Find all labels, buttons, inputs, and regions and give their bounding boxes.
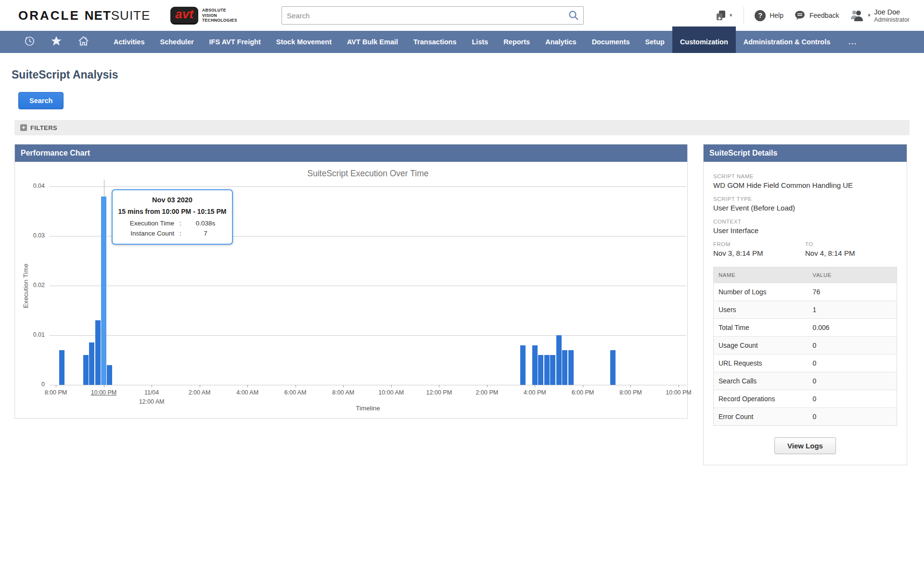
- metric-name: Record Operations: [714, 390, 809, 408]
- search-input[interactable]: [282, 6, 584, 25]
- x-tick-label: 8:00 PM: [34, 388, 77, 397]
- nav-item-reports[interactable]: Reports: [496, 31, 538, 53]
- suitescript-details-header: SuiteScript Details: [704, 144, 907, 162]
- y-tick-label: 0.03: [17, 232, 45, 239]
- chart-bar-nov-3-9-15-pm[interactable]: [83, 355, 89, 385]
- recent-records-icon[interactable]: [19, 36, 39, 49]
- filters-bar[interactable]: + FILTERS: [14, 120, 910, 135]
- x-tick-label: 12:00 PM: [417, 388, 461, 397]
- nav-item-ifs-avt-freight[interactable]: IFS AVT Freight: [202, 31, 269, 53]
- nav-item-transactions[interactable]: Transactions: [406, 31, 464, 53]
- table-row: Users1: [714, 301, 897, 319]
- search-icon[interactable]: [568, 10, 579, 21]
- metric-name: Users: [714, 301, 809, 319]
- quick-add-icon: [715, 9, 727, 22]
- x-tick-label: 10:00 PM: [657, 388, 700, 397]
- user-menu-caret-icon: ▼: [867, 13, 871, 18]
- chart-bar-nov-3-10-15-pm[interactable]: [107, 365, 112, 385]
- user-menu[interactable]: ▼ Joe Doe Administrator: [849, 8, 910, 24]
- avt-logo-text: ABSOLUTEVISIONTECHNOLOGIES: [202, 8, 237, 23]
- user-icon: [849, 9, 864, 22]
- metric-name: URL Requests: [714, 355, 809, 372]
- chart-bar-nov-4-7-15-pm[interactable]: [610, 350, 616, 385]
- home-icon[interactable]: [73, 35, 93, 49]
- filters-label: FILTERS: [30, 124, 57, 131]
- shortcuts-star-icon[interactable]: [46, 35, 66, 49]
- quick-add-button[interactable]: ▼: [715, 9, 733, 22]
- header-divider: [744, 7, 744, 24]
- chart-bar-nov-4-5-00-pm[interactable]: [556, 335, 562, 385]
- tooltip-time-range: 15 mins from 10:00 PM - 10:15 PM: [117, 208, 227, 215]
- nav-item-more[interactable]: ...: [841, 31, 865, 53]
- performance-chart-panel: Performance Chart SuiteScript Execution …: [14, 144, 688, 419]
- metric-name: Usage Count: [714, 337, 809, 355]
- chart-bar-nov-4-5-30-pm[interactable]: [568, 350, 574, 385]
- x-tick-mark: [535, 385, 535, 387]
- x-tick-mark: [583, 385, 583, 387]
- chart-bar-nov-4-4-30-pm[interactable]: [544, 355, 550, 385]
- metric-name: Number of Logs: [714, 283, 809, 301]
- view-logs-button[interactable]: View Logs: [774, 437, 836, 454]
- tooltip-row: Instance Count:7: [117, 230, 227, 237]
- x-tick-label: 10:00 AM: [370, 388, 413, 397]
- table-row: URL Requests0: [714, 355, 897, 372]
- global-search: [282, 6, 584, 25]
- detail-label-context: CONTEXT: [713, 219, 897, 224]
- suitescript-details-panel: SuiteScript Details SCRIPT NAMEWD GOM Hi…: [703, 144, 907, 465]
- help-button[interactable]: ? Help: [755, 10, 783, 21]
- x-tick-mark: [200, 385, 200, 387]
- chart-bar-nov-4-4-45-pm[interactable]: [550, 355, 555, 385]
- nav-item-activities[interactable]: Activities: [106, 31, 152, 53]
- nav-item-setup[interactable]: Setup: [638, 31, 672, 53]
- x-tick-label: 4:00 PM: [513, 388, 556, 397]
- table-row: Total Time0.006: [714, 319, 897, 337]
- y-tick-label: 0: [17, 381, 45, 388]
- gridline: [50, 286, 686, 286]
- chart-bar-nov-3-10-00-pm[interactable]: [101, 197, 106, 385]
- chart-bar-nov-3-8-15-pm[interactable]: [59, 350, 64, 385]
- to-value: Nov 4, 8:14 PM: [805, 249, 897, 257]
- oracle-netsuite-logo[interactable]: ORACLENETSUITE: [18, 8, 150, 23]
- metric-value: 76: [809, 283, 897, 301]
- chart-bar-nov-4-4-00-pm[interactable]: [532, 345, 538, 385]
- chart-tooltip: Nov 03 202015 mins from 10:00 PM - 10:15…: [112, 189, 233, 245]
- gridline: [50, 186, 686, 187]
- nav-item-scheduler[interactable]: Scheduler: [152, 31, 201, 53]
- nav-item-customization[interactable]: Customization: [672, 31, 736, 53]
- x-tick-mark: [104, 385, 104, 387]
- x-tick-label: 4:00 AM: [226, 388, 269, 397]
- metric-value: 0.006: [809, 319, 897, 337]
- x-tick-mark: [630, 385, 631, 387]
- nav-item-avt-bulk-email[interactable]: AVT Bulk Email: [339, 31, 406, 53]
- tooltip-row-label: Instance Count: [117, 230, 174, 237]
- chart-bar-nov-4-3-30-pm[interactable]: [520, 345, 526, 385]
- x-tick-label[interactable]: 10:00 PM: [82, 388, 126, 397]
- tooltip-row-value: 7: [187, 230, 224, 237]
- tooltip-date: Nov 03 2020: [117, 196, 227, 204]
- nav-item-administration-controls[interactable]: Administration & Controls: [736, 31, 838, 53]
- metric-name: Search Calls: [714, 372, 809, 390]
- nav-item-documents[interactable]: Documents: [584, 31, 638, 53]
- crosshair-line: [104, 180, 104, 197]
- nav-item-stock-movement[interactable]: Stock Movement: [269, 31, 339, 53]
- top-header: ORACLENETSUITE avt ABSOLUTEVISIONTECHNOL…: [0, 0, 924, 31]
- main-nav: ActivitiesSchedulerIFS AVT FreightStock …: [0, 31, 924, 53]
- x-tick-mark: [152, 385, 152, 387]
- detail-label-script-type: SCRIPT TYPE: [713, 196, 897, 202]
- chart-bar-nov-3-9-45-pm[interactable]: [95, 320, 101, 385]
- table-row: Number of Logs76: [714, 283, 897, 301]
- detail-value-context: User Interface: [713, 226, 897, 235]
- quick-add-caret-icon: ▼: [729, 13, 733, 18]
- x-tick-mark: [343, 385, 344, 387]
- chart-bar-nov-3-9-30-pm[interactable]: [89, 342, 94, 385]
- x-tick-mark: [56, 385, 56, 387]
- search-button[interactable]: Search: [18, 92, 64, 109]
- nav-item-analytics[interactable]: Analytics: [538, 31, 584, 53]
- metric-value: 0: [809, 390, 897, 408]
- nav-item-lists[interactable]: Lists: [464, 31, 496, 53]
- y-tick-label: 0.01: [17, 331, 45, 338]
- chart-bar-nov-4-5-15-pm[interactable]: [562, 350, 567, 385]
- feedback-button[interactable]: Feedback: [794, 10, 839, 21]
- user-role: Administrator: [874, 16, 910, 23]
- chart-bar-nov-4-4-15-pm[interactable]: [538, 355, 543, 385]
